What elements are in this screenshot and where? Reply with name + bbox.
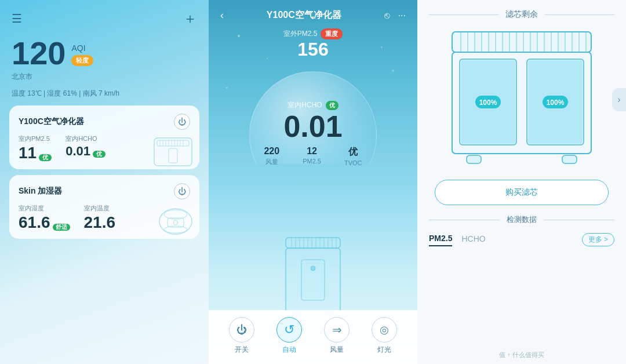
mid-pm25-label: PM2.5	[303, 158, 321, 165]
left-header: ☰ ＋	[0, 0, 209, 32]
tab-hcho[interactable]: HCHO	[461, 234, 485, 246]
humidifier-card: Skin 加湿器 ⏻ 室内湿度 61.6 舒适 室内温度 21.6	[9, 175, 199, 239]
svg-rect-65	[562, 155, 577, 163]
light-ctrl-label: 灯光	[377, 345, 391, 355]
detect-tabs: PM2.5 HCHO 更多 >	[417, 233, 626, 251]
hcho-main-value: 0.01	[209, 111, 417, 141]
mid-pm25-value: 12	[307, 146, 317, 156]
buy-filter-button[interactable]: 购买滤芯	[435, 180, 609, 205]
particle-3	[267, 58, 268, 59]
auto-ctrl-label: 自动	[282, 345, 296, 355]
city-label: 北京市	[12, 72, 197, 82]
right-panel: 滤芯剩余	[417, 0, 626, 364]
sub-metric-wind: 220 风量	[264, 146, 279, 166]
outdoor-badge: 重度	[321, 28, 343, 39]
right-panel-header: 滤芯剩余	[417, 0, 626, 24]
humidity-metric: 室内湿度 61.6 舒适	[19, 204, 70, 231]
header-line-right	[545, 14, 614, 15]
indoor-label: 室内HCHO	[287, 100, 322, 110]
wind-control[interactable]: ⇒ 风量	[324, 317, 350, 355]
temperature-label: 室内温度	[84, 204, 116, 213]
aqi-badge: 轻度	[71, 55, 93, 66]
mid-purifier-image	[281, 236, 345, 318]
particle-2	[381, 46, 383, 48]
menu-icon[interactable]: ☰	[12, 12, 22, 26]
tvoc-label: TVOC	[344, 159, 362, 166]
wind-label: 风量	[265, 158, 278, 166]
hcho-badge: 优	[93, 151, 105, 158]
share-icon[interactable]: ⎋	[384, 10, 390, 21]
hcho-value: 0.01	[65, 145, 90, 158]
detect-line-left	[429, 220, 500, 220]
particle-1	[238, 35, 240, 37]
filter-wrapper: 100% 100%	[443, 29, 600, 170]
pm25-badge: 优	[39, 154, 52, 161]
mid-title: Y100C空气净化器	[267, 9, 341, 21]
humidity-badge: 舒适	[53, 224, 70, 231]
aqi-label: AQI	[71, 43, 93, 53]
sub-metric-tvoc: 优 TVOC	[344, 146, 362, 166]
purifier-power-button[interactable]: ⏻	[174, 114, 190, 130]
watermark: 值 ↑ 什么值得买	[499, 351, 544, 359]
indoor-section: 室内HCHO 优 0.01	[209, 100, 417, 141]
wind-ctrl-label: 风量	[330, 345, 344, 355]
humidity-value: 61.6	[19, 214, 50, 231]
tvoc-value: 优	[348, 146, 358, 158]
outdoor-pm-section: 室外PM2.5 重度 156	[209, 26, 417, 60]
wind-ctrl-icon: ⇒	[324, 317, 350, 343]
device-cards: Y100C空气净化器 ⏻ 室内PM2.5 11 优 室内HCHO 0.01 优	[0, 105, 209, 364]
auto-ctrl-icon: ↺	[276, 317, 302, 343]
aqi-section: 120 AQI 轻度 北京市	[0, 32, 209, 89]
svg-text:100%: 100%	[547, 99, 565, 107]
humidifier-power-button[interactable]: ⏻	[174, 183, 190, 199]
weather-info: 温度 13℃ | 湿度 61% | 南风 7 km/h	[0, 89, 209, 105]
sub-metric-pm25: 12 PM2.5	[303, 146, 321, 166]
wind-value: 220	[264, 146, 279, 156]
purifier-card: Y100C空气净化器 ⏻ 室内PM2.5 11 优 室内HCHO 0.01 优	[9, 105, 199, 169]
pm25-label: 室内PM2.5	[19, 134, 52, 143]
detect-header-text: 检测数据	[507, 214, 537, 225]
mid-header: ‹ Y100C空气净化器 ⎋ ···	[209, 0, 417, 26]
detect-line-right	[544, 220, 614, 220]
power-control[interactable]: ⏻ 开关	[229, 317, 254, 355]
svg-point-32	[311, 266, 315, 271]
filter-header-text: 滤芯剩余	[505, 9, 538, 20]
detect-header: 检测数据	[429, 214, 614, 225]
svg-rect-35	[452, 32, 591, 52]
pm25-value: 11	[19, 145, 37, 161]
sub-metrics: 220 风量 12 PM2.5 优 TVOC	[209, 146, 417, 166]
temperature-value: 21.6	[84, 214, 116, 231]
more-icon[interactable]: ···	[398, 10, 406, 21]
svg-text:100%: 100%	[479, 99, 497, 107]
power-ctrl-label: 开关	[235, 345, 249, 355]
humidifier-card-title: Skin 加湿器	[19, 186, 62, 196]
header-line-left	[429, 14, 498, 15]
auto-control[interactable]: ↺ 自动	[276, 317, 302, 355]
right-chevron-button[interactable]: ›	[612, 88, 626, 111]
outdoor-label-text: 室外PM2.5	[283, 29, 318, 39]
purifier-card-title: Y100C空气净化器	[19, 117, 84, 127]
pm25-metric: 室内PM2.5 11 优	[19, 134, 52, 161]
power-ctrl-icon: ⏻	[229, 317, 254, 343]
add-icon[interactable]: ＋	[183, 9, 197, 28]
hcho-label: 室内HCHO	[65, 134, 105, 143]
indoor-badge: 优	[326, 101, 339, 110]
bottom-controls: ⏻ 开关 ↺ 自动 ⇒ 风量 ◎ 灯光	[209, 310, 417, 364]
hcho-metric: 室内HCHO 0.01 优	[65, 134, 105, 161]
aqi-number: 120	[12, 37, 65, 70]
tab-pm25[interactable]: PM2.5	[429, 234, 452, 246]
detect-section: 检测数据	[417, 210, 626, 233]
middle-panel: ‹ Y100C空气净化器 ⎋ ··· 室外PM2.5 重度 156 室内HCHO…	[209, 0, 417, 364]
svg-rect-64	[467, 155, 481, 163]
temperature-metric: 室内温度 21.6	[84, 204, 116, 231]
light-control[interactable]: ◎ 灯光	[372, 317, 397, 355]
filter-illustration: 100% 100%	[443, 29, 600, 168]
filter-visual-section: 100% 100% ›	[417, 24, 626, 175]
more-button[interactable]: 更多 >	[582, 233, 614, 246]
back-icon[interactable]: ‹	[220, 9, 224, 21]
outdoor-value: 156	[209, 39, 417, 60]
light-ctrl-icon: ◎	[372, 317, 397, 343]
left-panel: ☰ ＋ 120 AQI 轻度 北京市 温度 13℃ | 湿度 61% | 南风 …	[0, 0, 209, 364]
humidity-label: 室内湿度	[19, 204, 70, 213]
